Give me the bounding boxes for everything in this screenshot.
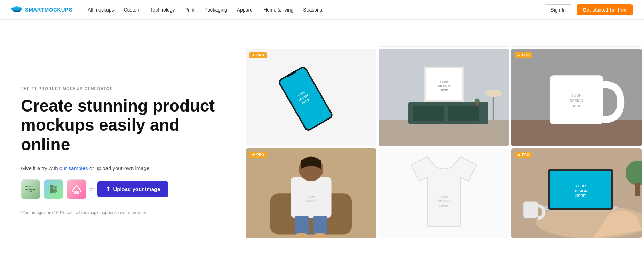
nav-actions: Sign In Get started for free [544, 4, 633, 15]
mockup-grid: ★ PRO YOUR DESIGN HERE [244, 47, 644, 240]
svg-text:HERE: HERE [439, 204, 448, 208]
svg-text:YOUR: YOUR [575, 184, 586, 188]
upload-button-label: Upload your image [113, 186, 160, 192]
nav-link-seasonal[interactable]: Seasonal [299, 5, 327, 15]
sample-thumb-3[interactable] [67, 179, 86, 199]
nav-item-all-mockups[interactable]: All mockups [84, 7, 118, 13]
mug-mockup-visual: YOUR DESIGN HERE [511, 49, 642, 146]
nav-item-apparel[interactable]: Apparel [233, 7, 258, 13]
nav-item-print[interactable]: Print [181, 7, 199, 13]
nav-link-apparel[interactable]: Apparel [233, 5, 258, 15]
svg-text:YOUR: YOUR [439, 194, 448, 198]
svg-point-4 [50, 185, 54, 188]
laptop-pro-star: ★ [517, 153, 520, 157]
sample-thumb-1[interactable]: ROADRUNNER GO! [21, 179, 40, 199]
upload-button[interactable]: ⬆ Upload your image [97, 181, 168, 197]
svg-rect-6 [50, 188, 54, 193]
hero-subtitle: Give it a try with our samples or upload… [21, 165, 223, 171]
svg-rect-8 [74, 191, 79, 194]
svg-point-5 [54, 186, 57, 189]
svg-text:DESIGN: DESIGN [438, 84, 450, 87]
nav-item-technology[interactable]: Technology [146, 7, 179, 13]
svg-text:DESIGN: DESIGN [438, 199, 450, 203]
logo-icon [11, 6, 22, 14]
page-body: The #1 Product Mockup Generator Create s… [0, 20, 644, 268]
phone-svg: YOUR DESIGN HERE [276, 56, 346, 139]
svg-rect-19 [448, 106, 479, 121]
poster-svg: YOUR DESIGN HERE [379, 49, 509, 146]
person-pro-star: ★ [252, 153, 255, 157]
nav-link-all-mockups[interactable]: All mockups [84, 5, 118, 15]
hero-headline: Create stunning product mockups easily a… [21, 96, 223, 154]
nav-link-technology[interactable]: Technology [146, 5, 179, 15]
brand-name: SMARTMOCKUPS [25, 7, 72, 13]
hero-tagline: The #1 Product Mockup Generator [21, 86, 223, 91]
svg-marker-2 [11, 6, 22, 8]
svg-rect-3 [14, 11, 20, 12]
svg-text:DESIGN: DESIGN [570, 99, 583, 103]
svg-rect-59 [635, 183, 640, 196]
mug-pro-star: ★ [517, 53, 520, 57]
phone-pro-star: ★ [252, 53, 255, 57]
svg-text:HERE: HERE [572, 104, 581, 108]
svg-rect-25 [492, 93, 494, 120]
laptop-mockup-card[interactable]: ★ PRO [511, 148, 642, 238]
person-svg: YOUR DESIGN [246, 148, 376, 238]
mug-pro-badge: ★ PRO [515, 52, 532, 58]
svg-text:HERE: HERE [439, 89, 448, 92]
navbar: SMARTMOCKUPS All mockups Custom Technolo… [0, 0, 644, 20]
svg-text:DESIGN: DESIGN [574, 189, 588, 193]
top-placeholder-1 [378, 22, 509, 47]
sign-in-button[interactable]: Sign In [544, 4, 572, 15]
nav-item-home-living[interactable]: Home & living [259, 7, 297, 13]
person-mockup-visual: YOUR DESIGN [246, 148, 376, 238]
nav-links: All mockups Custom Technology Print Pack… [84, 7, 544, 13]
svg-rect-18 [413, 106, 444, 121]
laptop-pro-label: PRO [522, 153, 530, 157]
phone-mockup-card[interactable]: ★ PRO YOUR DESIGN HERE [246, 49, 376, 146]
svg-rect-57 [524, 202, 538, 218]
person-mockup-card[interactable]: ★ PRO [246, 148, 376, 238]
tshirt-svg: YOUR DESIGN HERE [379, 148, 509, 238]
svg-text:YOUR: YOUR [439, 80, 448, 83]
svg-text:YOUR: YOUR [307, 195, 315, 198]
poster-mockup-card[interactable]: YOUR DESIGN HERE [379, 49, 509, 146]
poster-mockup-visual: YOUR DESIGN HERE [379, 49, 509, 146]
nav-link-packaging[interactable]: Packaging [200, 5, 231, 15]
svg-text:YOUR: YOUR [571, 93, 582, 97]
samples-row: ROADRUNNER GO! [21, 179, 223, 199]
svg-text:HERE: HERE [575, 194, 586, 198]
sample-thumb-2[interactable] [44, 179, 63, 199]
nav-item-seasonal[interactable]: Seasonal [299, 7, 327, 13]
person-pro-label: PRO [256, 153, 264, 157]
nav-item-custom[interactable]: Custom [119, 7, 144, 13]
nav-link-custom[interactable]: Custom [119, 5, 144, 15]
nav-item-packaging[interactable]: Packaging [200, 7, 231, 13]
svg-rect-0 [11, 8, 22, 10]
svg-point-26 [485, 90, 502, 97]
mockup-panel: ★ PRO YOUR DESIGN HERE [244, 20, 644, 268]
top-placeholder-2 [511, 22, 642, 47]
top-placeholders [244, 20, 644, 47]
nav-link-home-living[interactable]: Home & living [259, 5, 297, 15]
tshirt-mockup-card[interactable]: YOUR DESIGN HERE [379, 148, 509, 238]
get-started-button[interactable]: Get started for free [577, 4, 633, 15]
phone-pro-badge: ★ PRO [249, 52, 267, 58]
laptop-mockup-visual: YOUR DESIGN HERE [511, 148, 642, 238]
samples-link[interactable]: our samples [59, 165, 88, 171]
svg-rect-7 [54, 189, 57, 193]
park-icon [47, 182, 61, 196]
or-separator: or [90, 186, 94, 192]
svg-text:DESIGN: DESIGN [305, 199, 317, 202]
sample-image-hands [67, 180, 86, 199]
phone-pro-label: PRO [256, 53, 264, 57]
logo[interactable]: SMARTMOCKUPS [11, 6, 72, 14]
mug-mockup-card[interactable]: ★ PRO YOUR DESIGN [511, 49, 642, 146]
svg-rect-28 [476, 102, 478, 106]
hands-icon [70, 182, 84, 196]
mug-pro-label: PRO [522, 53, 530, 57]
sample-image-runner: ROADRUNNER GO! [21, 180, 40, 199]
tshirt-mockup-visual: YOUR DESIGN HERE [379, 148, 509, 238]
nav-link-print[interactable]: Print [181, 5, 199, 15]
phone-mockup-visual: YOUR DESIGN HERE [246, 49, 376, 146]
